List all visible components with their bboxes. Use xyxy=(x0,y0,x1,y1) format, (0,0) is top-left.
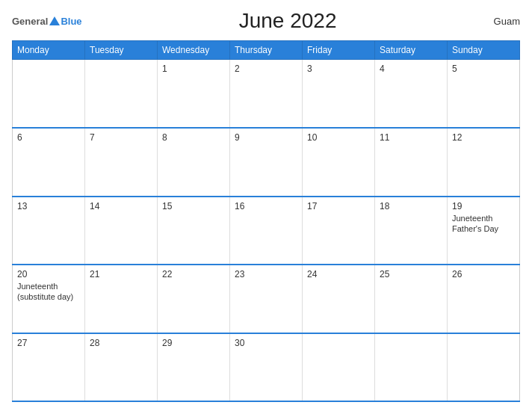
calendar-day-cell: 14 xyxy=(85,197,158,265)
day-number: 14 xyxy=(90,201,152,211)
calendar-day-cell: 2 xyxy=(230,60,303,129)
calendar-day-cell: 30 xyxy=(230,333,303,402)
weekday-header-saturday: Saturday xyxy=(375,41,448,60)
day-number: 2 xyxy=(235,64,297,74)
day-number: 4 xyxy=(380,64,442,74)
calendar-day-cell: 8 xyxy=(158,128,230,197)
day-number: 25 xyxy=(380,269,442,279)
weekday-header-row: MondayTuesdayWednesdayThursdayFridaySatu… xyxy=(13,41,520,60)
day-number: 28 xyxy=(90,338,152,348)
weekday-header-wednesday: Wednesday xyxy=(158,41,230,60)
day-number: 6 xyxy=(17,132,80,143)
calendar-day-cell: 11 xyxy=(375,128,448,197)
calendar-day-cell: 12 xyxy=(448,128,520,197)
calendar-week-row: 20Juneteenth (substitute day)21222324252… xyxy=(13,265,520,333)
calendar-week-row: 27282930 xyxy=(13,333,520,402)
calendar-day-cell: 17 xyxy=(303,197,375,265)
calendar-day-cell xyxy=(13,60,85,129)
day-number: 24 xyxy=(307,269,370,279)
day-number: 9 xyxy=(235,132,297,143)
calendar-day-cell: 16 xyxy=(230,197,303,265)
logo-blue-text: Blue xyxy=(61,16,81,27)
day-number: 19 xyxy=(452,201,515,211)
day-number: 15 xyxy=(162,201,225,211)
day-number: 8 xyxy=(162,132,225,143)
calendar-day-cell: 1 xyxy=(158,60,230,129)
calendar-day-cell: 4 xyxy=(375,60,448,129)
calendar-week-row: 6789101112 xyxy=(13,128,520,197)
day-number: 16 xyxy=(235,201,297,211)
day-number: 22 xyxy=(162,269,225,279)
calendar-day-cell xyxy=(448,333,520,402)
calendar-week-row: 12345 xyxy=(13,60,520,129)
calendar-day-cell: 3 xyxy=(303,60,375,129)
day-number: 12 xyxy=(452,132,515,143)
calendar-day-cell: 6 xyxy=(13,128,85,197)
calendar-day-cell: 24 xyxy=(303,265,375,333)
logo: General Blue xyxy=(12,16,82,27)
weekday-header-monday: Monday xyxy=(13,41,85,60)
day-number: 13 xyxy=(17,201,80,211)
region-label: Guam xyxy=(494,16,520,27)
day-number: 29 xyxy=(162,338,225,348)
calendar-day-cell: 9 xyxy=(230,128,303,197)
day-number: 17 xyxy=(307,201,370,211)
calendar-day-cell: 18 xyxy=(375,197,448,265)
day-number: 26 xyxy=(452,269,515,279)
day-events: Juneteenth Father's Day xyxy=(452,213,515,235)
weekday-header-friday: Friday xyxy=(303,41,375,60)
calendar-day-cell: 29 xyxy=(158,333,230,402)
calendar-day-cell: 19Juneteenth Father's Day xyxy=(448,197,520,265)
month-title: June 2022 xyxy=(82,9,494,33)
weekday-header-sunday: Sunday xyxy=(448,41,520,60)
day-number: 1 xyxy=(162,64,225,74)
calendar-day-cell: 13 xyxy=(13,197,85,265)
weekday-header-thursday: Thursday xyxy=(230,41,303,60)
calendar-day-cell: 15 xyxy=(158,197,230,265)
calendar-day-cell: 10 xyxy=(303,128,375,197)
calendar-day-cell: 26 xyxy=(448,265,520,333)
day-number: 27 xyxy=(17,338,80,348)
day-number: 21 xyxy=(90,269,152,279)
weekday-header-tuesday: Tuesday xyxy=(85,41,158,60)
calendar-day-cell: 28 xyxy=(85,333,158,402)
logo-triangle-icon xyxy=(49,16,60,25)
calendar-day-cell: 25 xyxy=(375,265,448,333)
calendar-day-cell xyxy=(303,333,375,402)
calendar-table: MondayTuesdayWednesdayThursdayFridaySatu… xyxy=(12,40,520,402)
day-number: 3 xyxy=(307,64,370,74)
calendar-day-cell: 7 xyxy=(85,128,158,197)
day-events: Juneteenth (substitute day) xyxy=(17,281,80,303)
calendar-day-cell: 5 xyxy=(448,60,520,129)
calendar-week-row: 13141516171819Juneteenth Father's Day xyxy=(13,197,520,265)
logo-general-text: General xyxy=(12,16,48,27)
calendar-day-cell xyxy=(375,333,448,402)
calendar-page: General Blue June 2022 Guam MondayTuesda… xyxy=(0,0,532,411)
calendar-day-cell: 20Juneteenth (substitute day) xyxy=(13,265,85,333)
day-number: 20 xyxy=(17,269,80,279)
day-number: 10 xyxy=(307,132,370,143)
day-number: 23 xyxy=(235,269,297,279)
calendar-day-cell: 27 xyxy=(13,333,85,402)
calendar-day-cell: 23 xyxy=(230,265,303,333)
calendar-day-cell: 21 xyxy=(85,265,158,333)
calendar-day-cell: 22 xyxy=(158,265,230,333)
day-number: 11 xyxy=(380,132,442,143)
header: General Blue June 2022 Guam xyxy=(12,9,520,33)
day-number: 5 xyxy=(452,64,515,74)
calendar-day-cell xyxy=(85,60,158,129)
day-number: 7 xyxy=(90,132,152,143)
day-number: 18 xyxy=(380,201,442,211)
day-number: 30 xyxy=(235,338,297,348)
